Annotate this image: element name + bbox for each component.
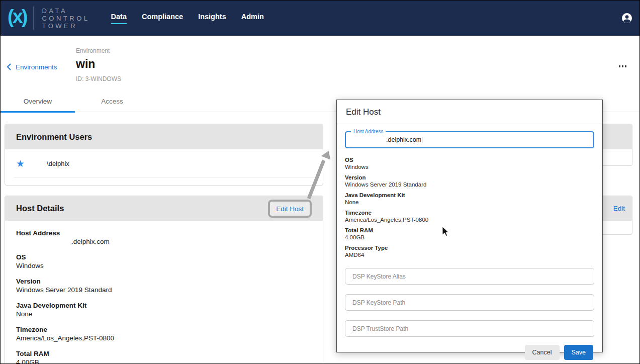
profile-account-icon[interactable] xyxy=(621,13,632,24)
page-title: win xyxy=(76,57,95,71)
primary-nav: Data Compliance Insights Admin xyxy=(111,13,264,24)
cancel-button[interactable]: Cancel xyxy=(525,345,560,360)
field-timezone: Timezone America/Los_Angeles,PST-0800 xyxy=(16,325,312,342)
user-name: \delphix xyxy=(47,160,69,167)
field-label: Processor Type xyxy=(345,245,594,251)
host-address-input[interactable]: Host Address .delphix.com xyxy=(345,131,594,148)
field-value: .delphix.com xyxy=(71,237,312,246)
field-value: America/Los_Angeles,PST-0800 xyxy=(345,216,594,223)
field-label: Total RAM xyxy=(16,349,312,358)
user-row[interactable]: ★ \delphix xyxy=(14,149,314,178)
modal-title: Edit Host xyxy=(337,100,602,124)
field-label: Total RAM xyxy=(345,227,594,234)
field-os: OS Windows xyxy=(16,253,312,270)
delphix-logo-icon: (x) xyxy=(8,7,26,29)
environment-users-header: Environment Users xyxy=(5,124,323,149)
host-details-panel: Host Details Edit Host Host Address .del… xyxy=(5,196,323,364)
mouse-cursor xyxy=(442,226,450,237)
nav-item-compliance[interactable]: Compliance xyxy=(142,13,183,24)
logo-line-2: CONTROL xyxy=(42,15,89,22)
modal-static-fields: OS Windows Version Windows Server 2019 S… xyxy=(345,157,594,258)
field-value: None xyxy=(16,310,312,318)
entity-id-label: ID: 3-WINDOWS xyxy=(76,75,121,82)
field-label: Version xyxy=(16,277,312,286)
edit-host-modal: Edit Host Host Address .delphix.com OS W… xyxy=(336,100,603,352)
favorite-star-icon[interactable]: ★ xyxy=(16,158,25,169)
annotation-arrow xyxy=(295,145,340,203)
entity-type-label: Environment xyxy=(76,47,110,54)
logo-line-3: TOWER xyxy=(42,22,89,30)
host-details-header: Host Details Edit Host xyxy=(5,196,323,221)
modal-field-jdk: Java Development Kit None xyxy=(345,192,594,206)
modal-field-os: OS Windows xyxy=(345,157,594,170)
back-to-environments-link[interactable]: Environments xyxy=(7,63,57,71)
field-label: Java Development Kit xyxy=(345,192,594,199)
modal-footer: Cancel Save xyxy=(337,337,602,360)
chevron-left-icon xyxy=(7,63,12,71)
field-value: 4.00GB xyxy=(16,358,312,364)
field-label: OS xyxy=(16,253,312,261)
field-jdk: Java Development Kit None xyxy=(16,301,312,318)
field-value: 4.00GB xyxy=(345,234,594,241)
modal-field-total-ram: Total RAM 4.00GB xyxy=(345,227,594,241)
field-value: America/Los_Angeles,PST-0800 xyxy=(16,334,312,342)
host-details-title: Host Details xyxy=(16,204,64,213)
field-value: Windows Server 2019 Standard xyxy=(345,181,594,188)
nav-item-insights[interactable]: Insights xyxy=(198,13,226,24)
field-label: OS xyxy=(345,157,594,163)
host-details-body: Host Address .delphix.com OS Windows Ver… xyxy=(5,221,323,364)
host-address-input-label: Host Address xyxy=(351,129,386,134)
dsp-keystore-alias-input[interactable] xyxy=(345,268,594,285)
dsp-keystore-path-input[interactable] xyxy=(345,294,594,311)
app-window: (x) DATA CONTROL TOWER Data Compliance I… xyxy=(0,0,640,364)
nav-item-admin[interactable]: Admin xyxy=(241,13,264,24)
logo-divider xyxy=(33,7,34,30)
environment-users-title: Environment Users xyxy=(16,132,92,142)
field-value: Windows Server 2019 Standard xyxy=(16,286,312,294)
field-label: Timezone xyxy=(16,325,312,334)
field-value: Windows xyxy=(16,261,312,270)
field-value: None xyxy=(345,199,594,206)
logo-line-1: DATA xyxy=(42,7,89,15)
field-label: Java Development Kit xyxy=(16,301,312,310)
modal-field-timezone: Timezone America/Los_Angeles,PST-0800 xyxy=(345,210,594,223)
field-value: Windows xyxy=(345,163,594,170)
field-version: Version Windows Server 2019 Standard xyxy=(16,277,312,294)
modal-field-processor-type: Processor Type AMD64 xyxy=(345,245,594,258)
field-label: Host Address xyxy=(16,229,312,237)
field-total-ram: Total RAM 4.00GB xyxy=(16,349,312,364)
environment-users-panel: Environment Users ★ \delphix xyxy=(5,124,323,186)
right-panel-edit-button[interactable]: Edit xyxy=(613,205,625,212)
tab-overview[interactable]: Overview xyxy=(1,94,75,112)
nav-item-data[interactable]: Data xyxy=(111,13,127,24)
edit-host-button-label: Edit Host xyxy=(276,205,304,213)
top-navbar: (x) DATA CONTROL TOWER Data Compliance I… xyxy=(1,1,639,36)
save-button[interactable]: Save xyxy=(564,345,594,360)
field-host-address: Host Address .delphix.com xyxy=(16,229,312,246)
text-caret xyxy=(422,137,422,143)
delphix-logo: (x) DATA CONTROL TOWER xyxy=(8,7,90,30)
tab-access[interactable]: Access xyxy=(75,94,149,112)
more-actions-icon[interactable] xyxy=(619,65,627,67)
field-value: AMD64 xyxy=(345,251,594,258)
field-label: Timezone xyxy=(345,210,594,216)
dsp-truststore-path-input[interactable] xyxy=(345,320,594,337)
back-link-label: Environments xyxy=(16,63,57,71)
modal-field-version: Version Windows Server 2019 Standard xyxy=(345,174,594,188)
modal-content: Host Address .delphix.com OS Windows Ver… xyxy=(337,131,602,337)
product-name: DATA CONTROL TOWER xyxy=(42,7,89,30)
host-address-input-value: .delphix.com xyxy=(386,132,422,147)
field-label: Version xyxy=(345,174,594,181)
